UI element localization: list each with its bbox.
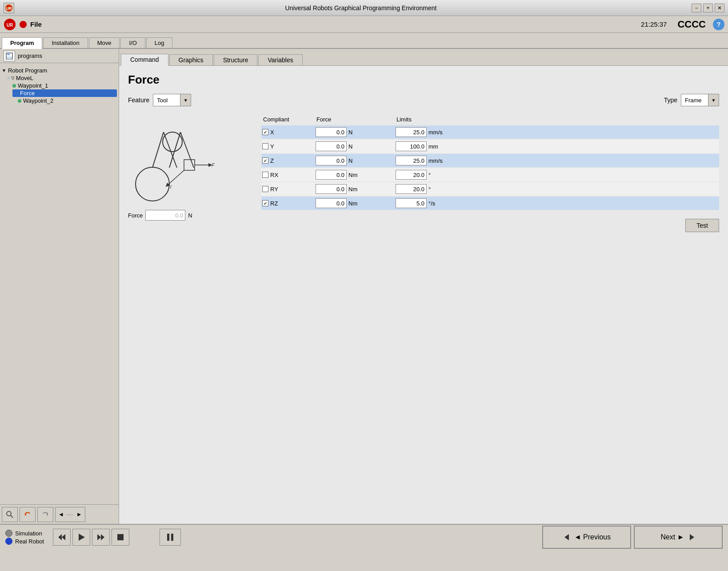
- checkbox-ry[interactable]: [262, 186, 268, 192]
- table-row-x: ✔ X N mm/s: [261, 125, 719, 139]
- force-label: Force: [20, 90, 35, 97]
- real-robot-label: Real Robot: [15, 538, 44, 545]
- previous-button[interactable]: ◄ Previous: [542, 526, 631, 549]
- svg-text:l: l: [170, 184, 172, 189]
- tab-structure[interactable]: Structure: [214, 54, 258, 65]
- force-input-z[interactable]: [316, 156, 347, 165]
- unit-nm-rx: Nm: [348, 172, 362, 178]
- force-input-row: Force N: [128, 210, 252, 221]
- tree-item-waypoint1[interactable]: Waypoint_1: [12, 82, 117, 89]
- nav-arrows[interactable]: ◄ ---- ►: [55, 507, 85, 522]
- unit-nm-rz: Nm: [348, 200, 362, 207]
- close-button[interactable]: ✕: [715, 4, 724, 12]
- real-robot-row: Real Robot: [5, 538, 44, 545]
- svg-marker-28: [101, 534, 104, 540]
- cell-limit-z: mm/s: [396, 156, 476, 165]
- force-value-input[interactable]: [145, 210, 185, 221]
- tab-command[interactable]: Command: [121, 54, 168, 66]
- tree-item-movel[interactable]: ○ ▽ MoveL: [7, 74, 117, 82]
- pause-area: [160, 529, 181, 546]
- tab-variables[interactable]: Variables: [258, 54, 302, 65]
- movel-label: MoveL: [16, 75, 33, 81]
- unit-nm-ry: Nm: [348, 186, 362, 193]
- playback-controls: [53, 529, 129, 546]
- waypoint2-dot: [18, 99, 21, 103]
- skip-forward-button[interactable]: [92, 529, 110, 546]
- tree-item-waypoint2[interactable]: Waypoint_2: [18, 97, 117, 105]
- undo-button[interactable]: [20, 507, 36, 522]
- feature-dropdown-arrow[interactable]: ▼: [180, 94, 191, 106]
- force-input-ry[interactable]: [316, 184, 347, 194]
- tree-item-force[interactable]: — Force: [12, 89, 117, 97]
- checkbox-rz[interactable]: ✔: [262, 200, 268, 206]
- limit-input-rz[interactable]: [396, 198, 427, 208]
- feature-type-row: Feature Tool ▼ Type Frame ▼: [128, 94, 719, 106]
- test-btn-row: Test: [261, 219, 719, 232]
- axis-rx: RX: [270, 172, 278, 178]
- axis-ry: RY: [270, 186, 278, 193]
- cell-compliant-z: ✔ Z: [262, 156, 316, 165]
- checkbox-y[interactable]: [262, 143, 268, 149]
- limit-unit-rz: °/s: [428, 200, 435, 207]
- force-input-rz[interactable]: [316, 198, 347, 208]
- tab-io[interactable]: I/O: [120, 37, 145, 48]
- limit-input-x[interactable]: [396, 127, 427, 137]
- force-input-x[interactable]: [316, 127, 347, 137]
- test-button[interactable]: Test: [685, 219, 719, 232]
- limit-input-y[interactable]: [396, 141, 427, 151]
- waypoint1-label: Waypoint_1: [18, 82, 48, 89]
- file-menu[interactable]: File: [30, 20, 42, 28]
- tab-log[interactable]: Log: [146, 37, 173, 48]
- sub-tab-bar: Command Graphics Structure Variables: [119, 49, 728, 66]
- type-select[interactable]: Frame ▼: [681, 94, 719, 106]
- minimize-button[interactable]: −: [692, 4, 701, 12]
- type-dropdown-arrow[interactable]: ▼: [708, 94, 719, 106]
- maximize-button[interactable]: +: [703, 4, 713, 12]
- search-button[interactable]: [2, 507, 18, 522]
- axis-x: X: [270, 129, 274, 136]
- skip-to-start-button[interactable]: [53, 529, 71, 546]
- svg-marker-26: [79, 534, 85, 541]
- limit-unit-y: mm: [428, 143, 438, 150]
- unit-n-z: N: [348, 157, 362, 164]
- tab-graphics[interactable]: Graphics: [169, 54, 213, 65]
- tab-installation[interactable]: Installation: [43, 37, 88, 48]
- play-button[interactable]: [72, 529, 90, 546]
- robot-diagram: F l: [128, 115, 252, 221]
- limit-input-rx[interactable]: [396, 170, 427, 180]
- stop-button[interactable]: [112, 529, 129, 546]
- checkbox-z[interactable]: ✔: [262, 157, 268, 164]
- cell-compliant-y: Y: [262, 141, 316, 151]
- redo-button[interactable]: [37, 507, 53, 522]
- top-tab-bar: Program Installation Move I/O Log: [0, 33, 728, 49]
- svg-point-7: [7, 511, 11, 516]
- unit-n-x: N: [348, 129, 362, 136]
- tree-item-robot-program[interactable]: ▼ Robot Program: [2, 67, 117, 74]
- previous-label: ◄ Previous: [574, 533, 611, 541]
- svg-marker-33: [690, 534, 694, 540]
- force-input-y[interactable]: [316, 141, 347, 151]
- force-input-rx[interactable]: [316, 170, 347, 180]
- svg-rect-6: [7, 56, 12, 59]
- pause-button[interactable]: [160, 529, 181, 546]
- limit-input-ry[interactable]: [396, 184, 427, 194]
- header-compliant: Compliant: [261, 115, 315, 124]
- tab-program[interactable]: Program: [2, 37, 42, 49]
- cell-force-rx: Nm: [316, 170, 396, 180]
- cell-force-y: N: [316, 141, 396, 151]
- nav-left-icon: ◄: [58, 511, 64, 518]
- next-label: Next ►: [660, 533, 684, 541]
- checkbox-x[interactable]: ✔: [262, 129, 268, 135]
- limit-input-z[interactable]: [396, 156, 427, 165]
- help-button[interactable]: ?: [713, 19, 724, 30]
- save-icon[interactable]: [4, 51, 15, 61]
- feature-select[interactable]: Tool ▼: [153, 94, 191, 106]
- cell-force-z: N: [316, 156, 396, 165]
- window-title: Universal Robots Graphical Programming E…: [30, 4, 692, 12]
- tab-move[interactable]: Move: [89, 37, 120, 48]
- next-button[interactable]: Next ►: [634, 526, 723, 549]
- nav-right-icon: ►: [76, 511, 82, 518]
- limit-unit-ry: °: [428, 186, 431, 193]
- checkbox-rx[interactable]: [262, 172, 268, 178]
- table-row-y: Y N mm: [261, 140, 719, 153]
